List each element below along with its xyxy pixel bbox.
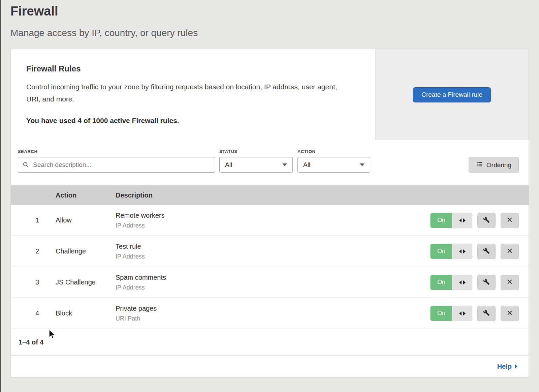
delete-rule-button[interactable]	[501, 244, 519, 259]
search-wrap	[18, 157, 215, 173]
rule-enabled-toggle[interactable]: On	[430, 213, 472, 228]
toggle-arrows-icon[interactable]	[452, 213, 472, 228]
table-row: 4 Block Private pages URI Path On	[11, 298, 529, 329]
toggle-arrows-icon[interactable]	[452, 275, 472, 290]
help-link-label: Help	[497, 363, 512, 370]
toggle-arrows-icon[interactable]	[452, 244, 472, 259]
card-description: Control incoming traffic to your zone by…	[26, 81, 346, 105]
rule-action: JS Challenge	[39, 278, 116, 286]
rule-action: Allow	[39, 216, 116, 224]
table-row: 1 Allow Remote workers IP Address On	[11, 205, 529, 236]
rule-controls: On	[430, 275, 529, 290]
action-select[interactable]: All	[297, 157, 370, 173]
rule-controls: On	[430, 306, 529, 321]
close-icon	[507, 248, 513, 255]
rule-enabled-toggle[interactable]: On	[430, 306, 472, 321]
filters-bar: SEARCH STATUS All ACTION All	[11, 140, 529, 185]
toggle-state-label[interactable]: On	[431, 244, 452, 259]
status-filter: STATUS All	[215, 149, 293, 173]
rule-match-type: IP Address	[116, 253, 430, 260]
firewall-page: Firewall Manage access by IP, country, o…	[1, 0, 539, 378]
rule-description-cell: Private pages URI Path	[116, 305, 430, 322]
rule-action: Challenge	[39, 247, 116, 255]
ordering-button[interactable]: Ordering	[469, 157, 519, 173]
rule-match-type: IP Address	[116, 222, 430, 229]
rule-number: 2	[11, 247, 39, 255]
rule-description-cell: Spam comments IP Address	[116, 274, 430, 291]
wrench-icon	[483, 216, 490, 224]
rule-match-type: IP Address	[116, 284, 430, 291]
search-filter: SEARCH	[18, 149, 215, 173]
wrench-icon	[483, 247, 490, 255]
rule-number: 3	[11, 278, 39, 286]
card-header: Firewall Rules Control incoming traffic …	[11, 49, 529, 140]
pagination-summary: 1–4 of 4	[11, 329, 529, 356]
rule-match-type: URI Path	[116, 315, 430, 322]
action-select-value: All	[303, 161, 310, 169]
status-select-value: All	[225, 161, 232, 169]
toggle-state-label[interactable]: On	[431, 275, 452, 290]
status-label: STATUS	[219, 149, 293, 154]
close-icon	[507, 217, 513, 224]
table-row: 3 JS Challenge Spam comments IP Address …	[11, 267, 529, 298]
action-label: ACTION	[297, 149, 370, 154]
rule-description: Remote workers	[116, 212, 430, 219]
card-header-text: Firewall Rules Control incoming traffic …	[11, 49, 375, 140]
wrench-icon	[483, 278, 490, 286]
rule-description: Private pages	[116, 305, 430, 312]
firewall-rules-card: Firewall Rules Control incoming traffic …	[10, 49, 529, 378]
close-icon	[507, 279, 513, 286]
wrench-icon	[483, 309, 490, 317]
header-description: Description	[116, 191, 529, 199]
card-header-action-panel: Create a Firewall rule	[375, 49, 529, 140]
close-icon	[507, 310, 513, 317]
edit-rule-button[interactable]	[477, 213, 496, 228]
rule-action: Block	[39, 309, 116, 317]
table-header: Action Description	[11, 185, 529, 205]
search-label: SEARCH	[18, 149, 215, 154]
create-firewall-rule-button[interactable]: Create a Firewall rule	[413, 87, 491, 102]
rule-description-cell: Remote workers IP Address	[116, 212, 430, 229]
rule-controls: On	[430, 213, 529, 228]
rule-number: 1	[11, 216, 39, 224]
action-filter: ACTION All	[293, 149, 370, 173]
help-link[interactable]: Help	[497, 363, 517, 370]
delete-rule-button[interactable]	[501, 306, 519, 321]
status-select[interactable]: All	[219, 157, 293, 173]
delete-rule-button[interactable]	[501, 213, 519, 228]
ordering-button-label: Ordering	[486, 161, 511, 169]
edit-rule-button[interactable]	[477, 244, 496, 259]
arrow-right-icon	[515, 364, 517, 369]
edit-rule-button[interactable]	[477, 306, 496, 321]
rule-description: Spam comments	[116, 274, 430, 281]
table-row: 2 Challenge Test rule IP Address On	[11, 236, 529, 267]
search-icon	[23, 161, 29, 169]
rule-enabled-toggle[interactable]: On	[430, 244, 472, 259]
toggle-state-label[interactable]: On	[431, 306, 452, 321]
page-subtitle: Manage access by IP, country, or query r…	[10, 28, 529, 38]
page-title: Firewall	[10, 4, 529, 19]
rule-controls: On	[430, 244, 529, 259]
rule-description: Test rule	[116, 243, 430, 250]
rule-number: 4	[11, 309, 39, 317]
header-action: Action	[39, 191, 116, 199]
chevron-down-icon	[282, 163, 287, 166]
ordered-list-icon	[476, 161, 483, 169]
rules-usage-text: You have used 4 of 1000 active Firewall …	[26, 117, 355, 125]
search-input[interactable]	[18, 157, 215, 173]
rule-description-cell: Test rule IP Address	[116, 243, 430, 260]
rule-enabled-toggle[interactable]: On	[430, 275, 472, 290]
edit-rule-button[interactable]	[477, 275, 496, 290]
chevron-down-icon	[360, 163, 364, 166]
delete-rule-button[interactable]	[501, 275, 519, 290]
card-heading: Firewall Rules	[26, 64, 355, 73]
help-row: Help	[11, 356, 529, 377]
toggle-state-label[interactable]: On	[431, 213, 452, 228]
toggle-arrows-icon[interactable]	[452, 306, 472, 321]
